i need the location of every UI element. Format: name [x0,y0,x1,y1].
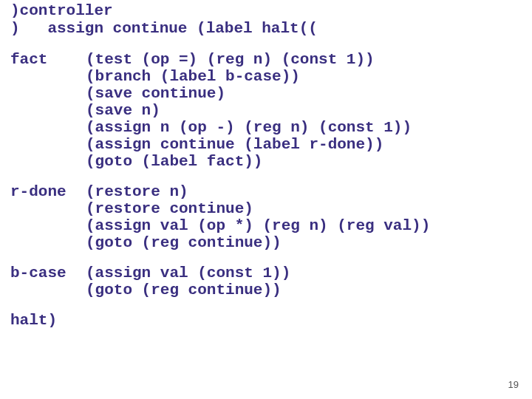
page-number: 19 [508,379,519,390]
block-fact: fact (test (op =) (reg n) (const 1)) (br… [10,51,522,170]
label-r-done: r-done [10,183,86,200]
label-fact: fact [10,51,86,68]
header-line-2: ) assign continue (label halt(( [10,20,522,38]
code-b-case: (assign val (const 1)) (goto (reg contin… [86,265,290,299]
code-r-done: (restore n) (restore continue) (assign v… [86,183,430,251]
block-r-done: r-done (restore n) (restore continue) (a… [10,183,522,251]
header-line-1: )controller [10,2,522,20]
code-fact: (test (op =) (reg n) (const 1)) (branch … [86,51,412,170]
block-b-case: b-case (assign val (const 1)) (goto (reg… [10,265,522,299]
slide: )controller ) assign continue (label hal… [0,0,532,399]
label-b-case: b-case [10,265,86,282]
label-halt: halt) [10,312,522,329]
